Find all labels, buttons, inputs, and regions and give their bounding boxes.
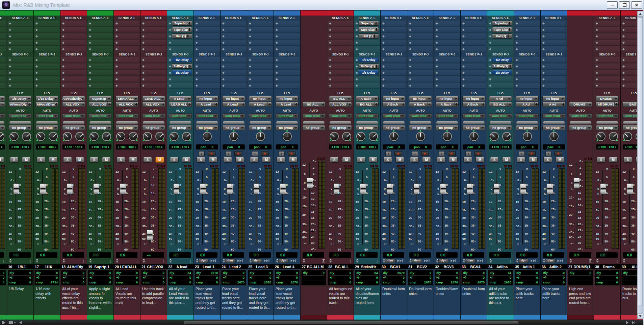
output-selector[interactable]: A Lead xyxy=(249,102,272,107)
volume-display[interactable]: 0.0 xyxy=(116,252,137,258)
track-name[interactable]: 38 Drums xyxy=(594,264,620,269)
dyn-button[interactable]: dyn xyxy=(465,258,475,263)
send-button[interactable]: 1/2 Delay xyxy=(359,57,379,62)
record-enable-button[interactable] xyxy=(234,151,242,156)
send-slot[interactable] xyxy=(488,83,513,89)
mute-button[interactable]: M xyxy=(502,157,511,163)
send-slot[interactable]: 1/4Dely(1) xyxy=(488,64,513,69)
send-slot[interactable] xyxy=(435,27,460,33)
record-enable-button[interactable] xyxy=(555,151,562,156)
send-slot[interactable] xyxy=(541,76,566,82)
pan-knob-right[interactable] xyxy=(369,132,378,141)
send-slot[interactable] xyxy=(275,76,300,82)
output-selector[interactable]: ALL VOX xyxy=(142,102,165,107)
volume-display[interactable]: 0.0 xyxy=(383,252,404,258)
send-slot[interactable] xyxy=(114,76,139,82)
group-id-bar[interactable] xyxy=(436,121,458,124)
record-enable-button[interactable] xyxy=(394,151,402,156)
send-slot[interactable] xyxy=(381,27,406,33)
send-slot[interactable] xyxy=(248,57,273,63)
send-slot[interactable] xyxy=(488,40,513,46)
send-slot[interactable] xyxy=(541,46,566,52)
input-monitor-button[interactable]: I xyxy=(439,151,445,156)
nudge-spinner-icon[interactable] xyxy=(143,259,145,263)
output-window-arrow-icon[interactable]: ↓ xyxy=(189,259,192,263)
send-slot[interactable] xyxy=(221,70,246,76)
send-slot[interactable] xyxy=(195,27,220,33)
send-slot[interactable] xyxy=(221,21,246,26)
pan-value-display[interactable]: 100|100 xyxy=(169,144,191,149)
strip-color-bar[interactable] xyxy=(7,10,33,16)
send-slot[interactable] xyxy=(381,40,406,46)
send-slot[interactable] xyxy=(328,83,353,89)
scroll-left-icon[interactable] xyxy=(19,321,22,324)
send-slot[interactable] xyxy=(355,76,380,82)
track-name[interactable]: 22 A lead xyxy=(167,264,194,269)
track-comment[interactable]: 1/8 Delay xyxy=(7,285,33,315)
solo-button[interactable]: S xyxy=(170,157,179,163)
pan-knob-right[interactable] xyxy=(182,132,191,141)
group-id-bar[interactable] xyxy=(36,121,58,124)
input-monitor-button[interactable]: I xyxy=(279,151,285,156)
output-selector[interactable]: BG ALL xyxy=(489,102,512,107)
track-comment[interactable]: All of your doubles/harmonies are routed… xyxy=(354,285,380,315)
pan-value-display[interactable]: pan0 xyxy=(543,144,565,149)
send-slot[interactable] xyxy=(141,70,166,76)
restore-button[interactable] xyxy=(619,1,630,9)
automation-mode-selector[interactable]: auto read xyxy=(462,113,485,118)
group-selector[interactable]: no group xyxy=(222,125,245,130)
send-slot[interactable] xyxy=(221,76,246,82)
send-slot[interactable] xyxy=(408,40,433,46)
send-slot[interactable] xyxy=(515,64,540,69)
send-slot[interactable] xyxy=(408,57,433,63)
horizontal-scroll-thumb[interactable] xyxy=(184,321,518,324)
send-slot[interactable] xyxy=(248,21,273,26)
track-name[interactable]: 16 1/8.1 xyxy=(7,264,33,269)
send-slot[interactable] xyxy=(515,21,540,26)
output-selector[interactable]: ALL VOX xyxy=(329,102,352,107)
track-comment[interactable]: Place your adlib tracks here. xyxy=(541,285,567,315)
send-slot[interactable] xyxy=(408,76,433,82)
send-slot[interactable] xyxy=(595,57,620,63)
track-comment[interactable]: Doubles/Harmonies xyxy=(434,285,460,315)
nudge-spinner-icon[interactable] xyxy=(169,259,172,263)
automation-mode-selector[interactable]: auto read xyxy=(222,113,245,118)
send-slot[interactable] xyxy=(141,40,166,46)
input-selector[interactable]: A Ad xyxy=(489,96,512,101)
send-slot[interactable] xyxy=(8,21,33,26)
vertical-scroll-thumb[interactable] xyxy=(638,17,643,305)
track-name[interactable]: 34 Adlibs xyxy=(487,264,514,269)
volume-display[interactable]: 0.0 xyxy=(543,252,564,258)
volume-display[interactable]: 0.0 xyxy=(436,252,458,258)
volume-display[interactable]: 0.0 xyxy=(36,252,57,258)
send-slot[interactable] xyxy=(248,83,273,89)
track-comment[interactable]: All of your Lead Vocals are routed to th… xyxy=(167,285,194,315)
send-slot[interactable]: 1/8 Delay xyxy=(488,70,513,76)
output-selector[interactable]: A Ad xyxy=(516,102,539,107)
mute-button[interactable]: M xyxy=(0,157,4,163)
send-slot[interactable] xyxy=(461,40,486,46)
mute-button[interactable]: M xyxy=(129,157,137,163)
solo-button[interactable]: S xyxy=(543,157,552,163)
group-selector[interactable]: no group xyxy=(142,125,165,130)
fast-forward-icon[interactable] xyxy=(478,259,483,262)
output-selector[interactable]: AIVocalDlys xyxy=(35,102,58,107)
input-selector[interactable]: no input xyxy=(462,96,485,101)
track-comment[interactable]: Place your lead vocal tracks here and th… xyxy=(274,285,300,315)
send-slot[interactable] xyxy=(328,27,353,33)
automation-mode-selector[interactable]: auto read xyxy=(436,113,459,118)
scroll-down-button[interactable] xyxy=(638,314,643,319)
input-selector[interactable]: no input xyxy=(542,96,565,101)
send-slot[interactable] xyxy=(168,76,193,82)
send-slot[interactable] xyxy=(221,83,246,89)
track-comment[interactable]: 1/16 note delay with effects xyxy=(34,285,60,315)
group-id-bar[interactable] xyxy=(0,121,5,124)
send-slot[interactable] xyxy=(381,76,406,82)
minimize-button[interactable] xyxy=(607,1,618,9)
send-slot[interactable] xyxy=(61,21,86,26)
send-slot[interactable] xyxy=(328,64,353,69)
vertical-scrollbar[interactable] xyxy=(637,11,643,319)
output-window-arrow-icon[interactable]: ↓ xyxy=(376,259,379,263)
input-selector[interactable]: 1/8 Delay xyxy=(9,96,32,101)
send-slot[interactable]: 1/8 Delay xyxy=(355,70,380,76)
